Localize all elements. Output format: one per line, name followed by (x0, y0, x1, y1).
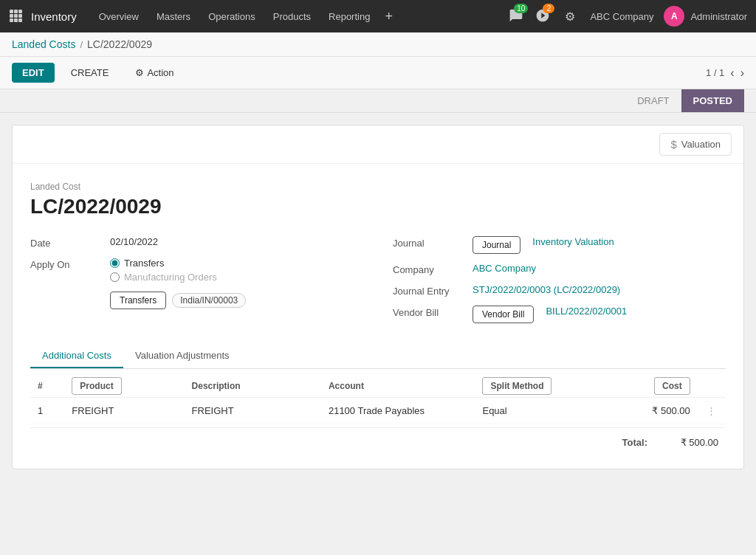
journal-button[interactable]: Journal (472, 236, 520, 254)
row-cost: ₹ 500.00 (612, 398, 698, 424)
valuation-label: Valuation (681, 139, 721, 150)
svg-rect-0 (10, 10, 13, 13)
add-menu-icon[interactable]: + (380, 9, 397, 24)
inventory-valuation-link[interactable]: Inventory Valuation (532, 236, 614, 247)
edit-button[interactable]: EDIT (12, 63, 55, 83)
journal-entry-label: Journal Entry (393, 284, 467, 297)
nav-icons-group: 10 2 ⚙ ABC Company A Administrator (509, 6, 747, 27)
th-description: Description (185, 375, 321, 398)
breadcrumb-separator: / (80, 39, 83, 50)
action-button[interactable]: ⚙ Action (125, 63, 184, 83)
th-product: Product (64, 375, 184, 398)
transfers-field-label (30, 292, 104, 293)
mfg-orders-radio-input[interactable] (110, 272, 120, 282)
apply-on-radio-group: Transfers Manufacturing Orders (110, 258, 217, 283)
pagination: 1 / 1 ‹ › (706, 66, 744, 80)
tab-valuation-adjustments[interactable]: Valuation Adjustments (123, 344, 241, 368)
apply-on-field-row: Apply On Transfers Manufacturing Orders (30, 258, 363, 283)
messages-badge-wrap[interactable]: 10 (509, 8, 523, 25)
action-bar: EDIT CREATE ⚙ Action 1 / 1 ‹ › (0, 57, 756, 89)
form-card: $ Valuation Landed Cost LC/2022/0029 Dat… (12, 125, 744, 469)
svg-rect-7 (14, 18, 18, 22)
svg-rect-4 (14, 14, 18, 18)
vendor-bill-label: Vendor Bill (393, 306, 467, 318)
record-title: LC/2022/0029 (30, 195, 726, 218)
company-label: Company (393, 263, 467, 275)
transfers-radio-label: Transfers (124, 258, 164, 269)
nav-operations[interactable]: Operations (201, 8, 263, 25)
valuation-bar: $ Valuation (13, 125, 743, 164)
transfers-radio[interactable]: Transfers (110, 258, 217, 269)
transfers-button[interactable]: Transfers (110, 292, 166, 309)
mfg-orders-radio[interactable]: Manufacturing Orders (110, 272, 217, 283)
svg-rect-8 (18, 18, 22, 22)
nav-products[interactable]: Products (266, 8, 318, 25)
th-account: Account (321, 375, 475, 398)
user-avatar[interactable]: A (664, 6, 684, 27)
form-fields: Date 02/10/2022 Apply On Transfers (30, 236, 726, 332)
breadcrumb-parent[interactable]: Landed Costs (12, 38, 75, 50)
split-method-header-outlined: Split Method (482, 377, 551, 395)
nav-reporting[interactable]: Reporting (321, 8, 377, 25)
product-header-outlined: Product (72, 377, 121, 395)
journal-entry-link[interactable]: STJ/2022/02/0003 (LC/2022/0029) (472, 284, 620, 295)
form-right: Journal Journal Inventory Valuation Comp… (393, 236, 726, 332)
apps-icon[interactable] (9, 9, 22, 24)
breadcrumb: Landed Costs / LC/2022/0029 (0, 32, 756, 57)
main-content: $ Valuation Landed Cost LC/2022/0029 Dat… (0, 113, 756, 481)
top-navigation: Inventory Overview Masters Operations Pr… (0, 0, 756, 32)
pagination-next[interactable]: › (740, 66, 744, 80)
company-display: ABC Company (590, 11, 653, 22)
transfer-tag[interactable]: India/IN/00003 (172, 293, 246, 308)
pagination-count: 1 / 1 (706, 67, 724, 78)
journal-entry-field-row: Journal Entry STJ/2022/02/0003 (LC/2022/… (393, 284, 726, 297)
create-button[interactable]: CREATE (61, 63, 120, 83)
svg-rect-5 (18, 14, 22, 18)
cost-header-outlined: Cost (654, 377, 690, 395)
row-description: FREIGHT (185, 398, 321, 424)
row-split-method: Equal (475, 398, 611, 424)
apply-on-label: Apply On (30, 258, 104, 270)
gear-icon: ⚙ (135, 67, 144, 78)
transfers-btn-row: Transfers India/IN/00003 (30, 292, 363, 309)
journal-label: Journal (393, 236, 467, 249)
form-body: Landed Cost LC/2022/0029 Date 02/10/2022… (13, 164, 743, 469)
transfers-controls: Transfers India/IN/00003 (110, 292, 246, 309)
landed-cost-label: Landed Cost (30, 182, 726, 192)
journal-field-row: Journal Journal Inventory Valuation (393, 236, 726, 254)
nav-masters[interactable]: Masters (149, 8, 198, 25)
status-posted-button[interactable]: POSTED (681, 89, 744, 112)
company-link[interactable]: ABC Company (472, 263, 536, 274)
tab-additional-costs[interactable]: Additional Costs (30, 344, 123, 368)
action-label: Action (147, 67, 173, 78)
form-left: Date 02/10/2022 Apply On Transfers (30, 236, 363, 332)
th-hash: # (30, 375, 64, 398)
total-row: Total: ₹ 500.00 (30, 427, 726, 451)
status-bar: DRAFT POSTED (0, 89, 756, 113)
breadcrumb-current: LC/2022/0029 (87, 38, 152, 50)
vendor-bill-button[interactable]: Vendor Bill (472, 306, 534, 323)
th-cost: Cost (612, 375, 698, 398)
row-menu-icon[interactable]: ⋮ (698, 398, 726, 424)
table-row: 1 FREIGHT FREIGHT 21100 Trade Payables E… (30, 398, 726, 424)
row-account: 21100 Trade Payables (321, 398, 475, 424)
activity-badge-wrap[interactable]: 2 (535, 8, 550, 25)
row-num: 1 (30, 398, 64, 424)
status-draft-button[interactable]: DRAFT (625, 89, 681, 112)
pagination-prev[interactable]: ‹ (730, 66, 734, 80)
messages-count: 10 (514, 4, 528, 13)
nav-overview[interactable]: Overview (92, 8, 146, 25)
transfers-radio-input[interactable] (110, 258, 120, 268)
settings-icon[interactable]: ⚙ (562, 8, 578, 25)
app-name: Inventory (31, 10, 77, 23)
user-name: Administrator (690, 11, 747, 22)
date-label: Date (30, 236, 104, 249)
date-value: 02/10/2022 (110, 236, 158, 247)
valuation-button[interactable]: $ Valuation (659, 133, 732, 156)
svg-rect-3 (10, 14, 13, 18)
tabs-bar: Additional Costs Valuation Adjustments (30, 344, 726, 369)
vendor-bill-link[interactable]: BILL/2022/02/0001 (546, 306, 627, 317)
dollar-icon: $ (670, 138, 676, 151)
user-initial: A (671, 11, 678, 21)
vendor-bill-field-row: Vendor Bill Vendor Bill BILL/2022/02/000… (393, 306, 726, 323)
